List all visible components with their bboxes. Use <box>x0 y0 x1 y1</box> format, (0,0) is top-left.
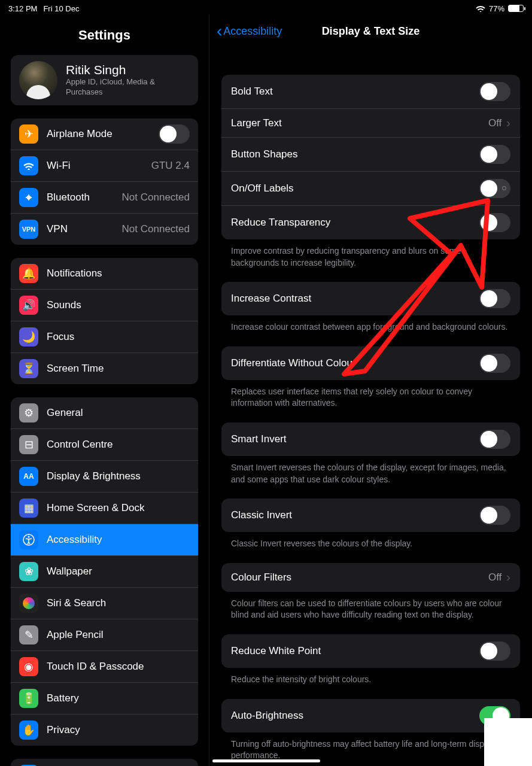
text-size-icon: AA <box>19 467 38 486</box>
reduce-white-point-row[interactable]: Reduce White Point <box>221 634 520 668</box>
colour-filters-row[interactable]: Colour Filters Off › <box>221 563 520 592</box>
vpn-row[interactable]: VPN VPN Not Connected <box>11 213 198 245</box>
differentiate-toggle[interactable] <box>479 354 510 373</box>
increase-contrast-row[interactable]: Increase Contrast <box>221 282 520 315</box>
back-button[interactable]: ‹ Accessibility <box>217 25 282 38</box>
gear-icon: ⚙ <box>19 403 38 422</box>
sounds-row[interactable]: 🔊 Sounds <box>11 289 198 321</box>
classic-help: Classic Invert reverses the colours of t… <box>209 532 532 563</box>
bell-icon: 🔔 <box>19 264 38 283</box>
flower-icon: ❀ <box>19 562 38 581</box>
larger-text-row[interactable]: Larger Text Off › <box>221 108 520 137</box>
wifi-icon <box>19 156 38 175</box>
reduce-white-point-toggle[interactable] <box>479 642 510 661</box>
siri-row[interactable]: Siri & Search <box>11 587 198 619</box>
profile-name: Ritik Singh <box>66 63 190 77</box>
home-indicator[interactable] <box>212 759 320 762</box>
onoff-labels-toggle[interactable] <box>479 179 510 198</box>
chevron-left-icon: ‹ <box>217 25 222 38</box>
privacy-row[interactable]: ✋ Privacy <box>11 714 198 746</box>
appstore-row[interactable]: App Store <box>11 759 198 766</box>
bold-text-row[interactable]: Bold Text <box>221 75 520 108</box>
smart-invert-row[interactable]: Smart Invert <box>221 422 520 456</box>
general-row[interactable]: ⚙ General <box>11 397 198 428</box>
bluetooth-icon: ⌖ <box>19 188 38 207</box>
accessibility-icon <box>19 530 38 549</box>
speaker-icon: 🔊 <box>19 296 38 315</box>
wifi-row[interactable]: Wi-Fi GTU 2.4 <box>11 150 198 181</box>
filters-help: Colour filters can be used to differenti… <box>209 592 532 634</box>
reduce-transparency-help: Improve contrast by reducing transparenc… <box>209 239 532 282</box>
profile-row[interactable]: Ritik Singh Apple ID, iCloud, Media & Pu… <box>11 55 198 105</box>
svg-point-1 <box>28 536 30 538</box>
chevron-right-icon: › <box>506 570 510 584</box>
overlay-box <box>484 718 532 766</box>
apple-pencil-row[interactable]: ✎ Apple Pencil <box>11 619 198 651</box>
diff-help: Replaces user interface items that rely … <box>209 380 532 422</box>
screentime-row[interactable]: ⏳ Screen Time <box>11 352 198 384</box>
hourglass-icon: ⏳ <box>19 359 38 378</box>
airplane-toggle[interactable] <box>159 124 190 144</box>
notifications-row[interactable]: 🔔 Notifications <box>11 258 198 289</box>
sidebar-title: Settings <box>0 14 209 55</box>
fingerprint-icon: ◉ <box>19 657 38 676</box>
accessibility-row[interactable]: Accessibility <box>11 524 198 555</box>
battery-row-icon: 🔋 <box>19 689 38 708</box>
status-time: 3:12 PM <box>8 4 37 13</box>
hand-icon: ✋ <box>19 721 38 740</box>
display-brightness-row[interactable]: AA Display & Brightness <box>11 460 198 492</box>
siri-icon <box>19 594 38 613</box>
sliders-icon: ⊟ <box>19 435 38 454</box>
battery-row[interactable]: 🔋 Battery <box>11 682 198 714</box>
classic-invert-toggle[interactable] <box>479 506 510 525</box>
classic-invert-row[interactable]: Classic Invert <box>221 498 520 532</box>
chevron-right-icon: › <box>506 116 510 130</box>
home-screen-row[interactable]: ▦ Home Screen & Dock <box>11 492 198 524</box>
button-shapes-row[interactable]: Button Shapes <box>221 137 520 171</box>
detail-pane: ‹ Accessibility Display & Text Size Bold… <box>209 14 532 766</box>
bluetooth-row[interactable]: ⌖ Bluetooth Not Connected <box>11 181 198 213</box>
moon-icon: 🌙 <box>19 327 38 346</box>
control-centre-row[interactable]: ⊟ Control Centre <box>11 428 198 460</box>
bold-text-toggle[interactable] <box>479 82 510 101</box>
smart-invert-toggle[interactable] <box>479 430 510 449</box>
smart-help: Smart Invert reverses the colours of the… <box>209 456 532 498</box>
contrast-help: Increase colour contrast between app for… <box>209 315 532 346</box>
pencil-icon: ✎ <box>19 625 38 645</box>
avatar <box>19 61 57 99</box>
profile-sub: Apple ID, iCloud, Media & Purchases <box>66 77 190 98</box>
onoff-labels-row[interactable]: On/Off Labels <box>221 171 520 205</box>
focus-row[interactable]: 🌙 Focus <box>11 321 198 352</box>
settings-sidebar: Settings Ritik Singh Apple ID, iCloud, M… <box>0 14 209 766</box>
increase-contrast-toggle[interactable] <box>479 289 510 308</box>
button-shapes-toggle[interactable] <box>479 145 510 164</box>
wallpaper-row[interactable]: ❀ Wallpaper <box>11 555 198 587</box>
touchid-row[interactable]: ◉ Touch ID & Passcode <box>11 651 198 682</box>
differentiate-without-colour-row[interactable]: Differentiate Without Colour <box>221 346 520 380</box>
status-bar: 3:12 PM Fri 10 Dec 77% <box>0 0 532 14</box>
white-help: Reduce the intensity of bright colours. <box>209 668 532 699</box>
grid-icon: ▦ <box>19 498 38 518</box>
status-date: Fri 10 Dec <box>43 4 79 13</box>
detail-title: Display & Text Size <box>322 25 420 38</box>
airplane-icon: ✈ <box>19 124 38 144</box>
reduce-transparency-toggle[interactable] <box>479 213 510 232</box>
auto-brightness-row[interactable]: Auto-Brightness <box>221 699 520 732</box>
battery-percent: 77% <box>489 4 504 13</box>
vpn-icon: VPN <box>19 220 38 239</box>
airplane-mode-row[interactable]: ✈ Airplane Mode <box>11 118 198 150</box>
reduce-transparency-row[interactable]: Reduce Transparency <box>221 205 520 239</box>
battery-icon <box>508 5 524 12</box>
wifi-icon <box>476 5 485 12</box>
